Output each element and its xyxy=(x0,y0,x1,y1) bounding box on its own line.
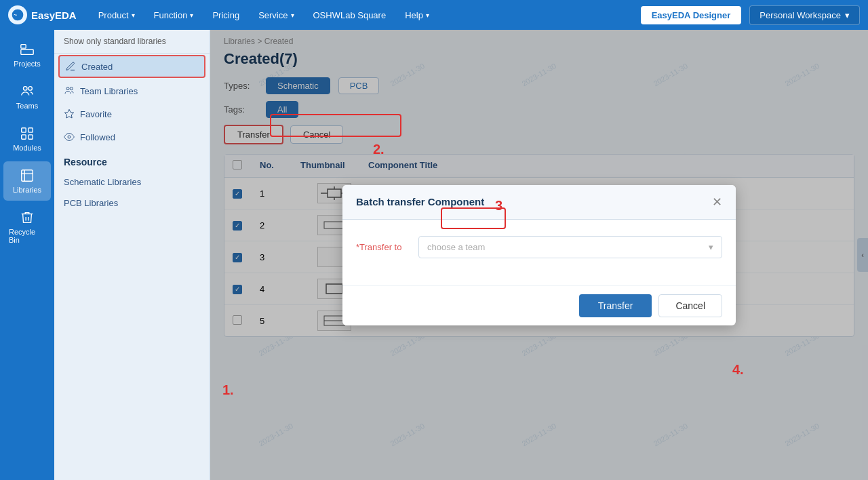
sidebar-label-projects: Projects xyxy=(14,60,41,68)
nav-function[interactable]: Function ▾ xyxy=(146,6,202,24)
navbar: ~ EasyEDA Product ▾ Function ▾ Pricing S… xyxy=(0,0,868,30)
modal-transfer-to-label: *Transfer to xyxy=(356,242,410,252)
nav-service[interactable]: Service ▾ xyxy=(250,6,302,24)
left-panel: Show only standard libraries Created Tea… xyxy=(54,30,210,480)
svg-text:~: ~ xyxy=(14,12,17,18)
modal-title: Batch transfer Component xyxy=(356,196,484,207)
svg-point-16 xyxy=(68,136,71,138)
sidebar-label-modules: Modules xyxy=(13,144,41,152)
nav-oshwlab[interactable]: OSHWLab Square xyxy=(305,6,395,24)
sidebar-item-teams[interactable]: Teams xyxy=(3,77,51,117)
sidebar-item-modules[interactable]: Modules xyxy=(3,119,51,159)
main-content: 2023-11-302023-11-302023-11-302023-11-30… xyxy=(210,30,868,480)
nav-team-libraries[interactable]: Team Libraries xyxy=(54,79,210,102)
nav-followed[interactable]: Followed xyxy=(54,125,210,148)
svg-marker-15 xyxy=(64,109,73,118)
help-arrow-icon: ▾ xyxy=(426,12,429,19)
nav-product[interactable]: Product ▾ xyxy=(90,6,143,24)
svg-rect-3 xyxy=(21,49,33,54)
designer-button[interactable]: EasyEDA Designer xyxy=(641,6,742,24)
nav-favorite[interactable]: Favorite xyxy=(54,102,210,125)
modal-transfer-button[interactable]: Transfer xyxy=(579,294,652,317)
svg-rect-10 xyxy=(22,170,33,182)
sidebar-item-projects[interactable]: Projects xyxy=(3,35,51,75)
service-arrow-icon: ▾ xyxy=(291,12,294,19)
function-arrow-icon: ▾ xyxy=(190,12,193,19)
modal-header: Batch transfer Component ✕ xyxy=(342,185,736,220)
nav-help[interactable]: Help ▾ xyxy=(397,6,437,24)
modal-overlay: Batch transfer Component ✕ *Transfer to … xyxy=(210,30,868,480)
svg-point-4 xyxy=(24,87,28,91)
svg-point-14 xyxy=(70,87,73,90)
modal-transfer-to-field: *Transfer to choose a team ▾ xyxy=(356,236,722,258)
svg-rect-7 xyxy=(28,128,33,132)
logo-icon: ~ xyxy=(8,5,27,24)
sidebar-item-recycle[interactable]: Recycle Bin xyxy=(3,203,51,251)
svg-point-13 xyxy=(66,87,69,90)
product-arrow-icon: ▾ xyxy=(132,12,135,19)
nav-created[interactable]: Created xyxy=(58,55,205,78)
workspace-button[interactable]: Personal Workspace ▾ xyxy=(749,5,860,25)
svg-rect-6 xyxy=(22,128,26,132)
sidebar-label-libraries: Libraries xyxy=(13,186,41,194)
svg-rect-2 xyxy=(21,45,26,49)
main-layout: Projects Teams Modules Libraries Recycle… xyxy=(0,30,868,480)
svg-rect-9 xyxy=(28,135,33,139)
resource-title: Resource xyxy=(54,148,210,172)
nav-pricing[interactable]: Pricing xyxy=(204,6,248,24)
svg-rect-8 xyxy=(22,135,26,139)
modal-select-arrow-icon: ▾ xyxy=(709,242,713,252)
modal-body: *Transfer to choose a team ▾ xyxy=(342,220,736,285)
modal-cancel-button[interactable]: Cancel xyxy=(658,294,722,317)
modal-close-button[interactable]: ✕ xyxy=(712,195,722,209)
logo-text: EasyEDA xyxy=(31,9,77,21)
svg-point-5 xyxy=(28,87,33,91)
modal-select-placeholder: choose a team xyxy=(427,242,485,252)
sidebar-label-recycle: Recycle Bin xyxy=(9,228,45,244)
resource-pcb[interactable]: PCB Libraries xyxy=(54,193,210,214)
batch-transfer-modal: Batch transfer Component ✕ *Transfer to … xyxy=(342,185,736,325)
sidebar-icons: Projects Teams Modules Libraries Recycle… xyxy=(0,30,54,480)
sidebar-label-teams: Teams xyxy=(16,102,38,110)
sidebar-item-libraries[interactable]: Libraries xyxy=(3,161,51,201)
resource-schematic[interactable]: Schematic Libraries xyxy=(54,172,210,193)
panel-header: Show only standard libraries xyxy=(54,30,210,54)
modal-footer: Transfer Cancel xyxy=(342,285,736,325)
modal-team-select[interactable]: choose a team ▾ xyxy=(418,236,722,258)
workspace-arrow-icon: ▾ xyxy=(845,10,850,20)
logo[interactable]: ~ EasyEDA xyxy=(8,5,77,24)
